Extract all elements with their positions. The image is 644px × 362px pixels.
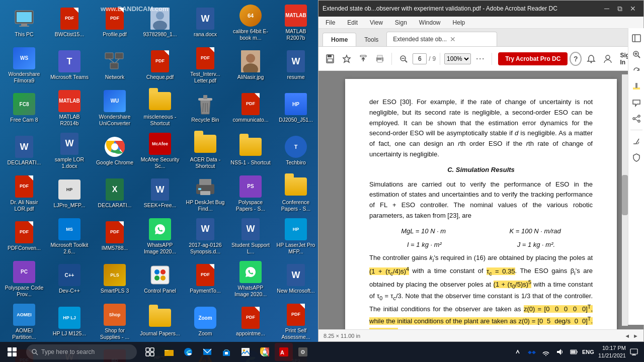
menu-sign[interactable]: Sign (392, 18, 410, 27)
other-taskbar-button[interactable]: ⚙ (294, 343, 312, 361)
zoom-in-tool[interactable] (630, 48, 642, 60)
scroll-thumb[interactable] (622, 175, 628, 215)
desktop-icon-whatsapp[interactable]: WhatsAPP Image 2020... (138, 216, 182, 257)
desktop-icon-journalpaper[interactable]: Journal Papers... (138, 301, 182, 342)
desktop-icon-drali[interactable]: PDF Dr. Ali Nasir LOR.pdf (2, 173, 46, 214)
desktop-icon-msteams[interactable]: T Microsoft Teams (47, 45, 92, 86)
desktop-icon-misc[interactable]: miscleneous - Shortcut (138, 87, 182, 129)
desktop-icon-paymentto[interactable]: PDF PaymentTo... (183, 258, 227, 300)
tab-close-button[interactable]: ✕ (449, 35, 457, 43)
desktop-icon-ljpro[interactable]: HP LJPro_MFP... (47, 173, 92, 214)
desktop-icon-nss1[interactable]: NSS-1 - Shortcut (228, 130, 273, 171)
menu-help[interactable]: Help (450, 18, 468, 27)
system-clock[interactable]: 10:17 PM 11/21/2021 (598, 344, 626, 360)
zoom-out-button[interactable] (396, 50, 411, 68)
desktop-icon-declaration2[interactable]: X DECLARATI... (93, 173, 137, 214)
file-explorer-button[interactable] (160, 343, 178, 361)
search-input[interactable] (41, 348, 127, 355)
desktop-icon-appointment[interactable]: PDF appointme... (228, 301, 273, 342)
desktop-icon-techbro[interactable]: T Techbiro (274, 130, 318, 171)
desktop-icon-mcafee[interactable]: McAfee McAfee Security Sc... (138, 130, 182, 171)
desktop-icon-network[interactable]: Network (93, 45, 137, 86)
pdf-content-area[interactable]: ◀ der ESO [30]. For example, if the rate… (318, 71, 643, 329)
desktop-icon-student[interactable]: W Student Support L... (228, 216, 273, 257)
desktop-icon-matlab2007[interactable]: MATLAB MATLAB R2007b (274, 2, 318, 43)
desktop-icon-googlechrome[interactable]: Google Chrome (93, 130, 137, 171)
edge-taskbar-button[interactable] (179, 343, 197, 361)
desktop-icon-imm5788[interactable]: PDF IMM5788... (93, 216, 137, 257)
rotate-tool[interactable] (630, 64, 642, 76)
try-pro-button[interactable]: Try Acrobat Pro DC (498, 52, 568, 65)
tab-document[interactable]: Extended state ob... ✕ (386, 32, 497, 46)
desktop-icon-dj2050[interactable]: HP DJ2050_J51... (274, 87, 318, 129)
store-button[interactable] (217, 343, 235, 361)
desktop-icon-hplaserjet[interactable]: HP HP LaserJet Pro MFP... (274, 216, 318, 257)
more-button[interactable]: ··· (473, 50, 488, 68)
cloud-button[interactable] (356, 50, 371, 68)
desktop-icon-polyspacecode[interactable]: PC Polyspace Code Prov... (2, 258, 46, 300)
print-button[interactable] (373, 50, 387, 68)
desktop-icon-hpdeskjet[interactable]: HP DeskJet Bug Find... (183, 173, 227, 214)
tray-overflow-button[interactable] (512, 346, 524, 358)
desktop-icon-whatsappimg2[interactable]: WhatsAPP Image 2020... (228, 258, 273, 300)
desktop-icon-smartpls3[interactable]: PLS SmartPLS 3 (93, 258, 137, 300)
fill-sign-tool[interactable] (630, 135, 642, 147)
close-button[interactable]: ✕ (626, 2, 639, 15)
desktop-icon-test-interv[interactable]: PDF Test_Interv... Letter.pdf (183, 45, 227, 86)
chrome-taskbar-button[interactable] (256, 343, 274, 361)
desktop-icon-shopforsupplies[interactable]: Shop Shop for Supplies - ... (93, 301, 137, 342)
tab-home[interactable]: Home (323, 33, 356, 46)
network-tray-icon[interactable] (540, 346, 552, 358)
volume-tray-icon[interactable] (554, 346, 566, 358)
help-button[interactable]: ? (570, 52, 582, 66)
mail-button[interactable] (198, 343, 216, 361)
desktop-icon-rana[interactable]: W rana.docx (183, 2, 227, 43)
desktop-icon-bwctist[interactable]: PDF BWCtist15... (47, 2, 92, 43)
search-bar[interactable] (26, 344, 137, 359)
desktop-icon-controlpanel[interactable]: Control Panel (138, 258, 182, 300)
zoom-select[interactable]: 100% 75% 125% 150% (444, 53, 471, 64)
desktop-icon-hplj-m125[interactable]: HP LJ HP LJ M125... (47, 301, 92, 342)
desktop-icon-printself[interactable]: PDF Print Self Assessme... (274, 301, 318, 342)
task-view-button[interactable] (141, 343, 159, 361)
pdf-scrollbar[interactable] (622, 74, 628, 326)
desktop-icon-devcpp[interactable]: C++ Dev-C++ (47, 258, 92, 300)
highlight-tool[interactable] (630, 80, 642, 93)
desktop-icon-mstoolkit[interactable]: MS Microsoft Toolkit 2.6... (47, 216, 92, 257)
protect-tool[interactable] (630, 151, 642, 163)
desktop-icon-seekfree[interactable]: W SEEK+Free... (138, 173, 182, 214)
desktop-icon-synopsis[interactable]: W 2017-ag-0126 Synopsis.d... (183, 216, 227, 257)
desktop-icon-wondershare[interactable]: WS Wondershare Filmora9 (2, 45, 46, 86)
scroll-right[interactable]: ► (633, 333, 638, 339)
menu-view[interactable]: View (367, 18, 386, 27)
desktop-icon-profile[interactable]: PDF Profile.pdf (93, 2, 137, 43)
restore-button[interactable]: ⧉ (613, 2, 626, 15)
desktop-icon-acerdata[interactable]: ACER Data - Shortcut (183, 130, 227, 171)
share-tool[interactable] (630, 113, 642, 125)
desktop-icon-aomei[interactable]: AOMEI AOMEI Partition... (2, 301, 46, 342)
minimize-button[interactable]: ─ (600, 2, 613, 15)
desktop-icon-this-pc[interactable]: This PC (2, 2, 46, 43)
desktop-icon-conference[interactable]: Conference Papers - S... (274, 173, 318, 214)
desktop-icon-resume[interactable]: W resume (274, 45, 318, 86)
save-button[interactable] (323, 50, 337, 68)
desktop-icon-calibre[interactable]: 64 calibre 64bit E-book m... (228, 2, 273, 43)
menu-file[interactable]: File (323, 18, 338, 27)
comment-tool[interactable] (630, 97, 642, 109)
tab-tools[interactable]: Tools (356, 33, 386, 46)
desktop-icon-declaration[interactable]: W DECLARATI... (2, 130, 46, 171)
desktop-icon-zoom[interactable]: Zoom Zoom (183, 301, 227, 342)
notification-tray-button[interactable] (628, 346, 640, 358)
menu-window[interactable]: Window (416, 18, 444, 27)
language-tray-icon[interactable]: ENG (582, 346, 594, 358)
page-number-input[interactable] (413, 53, 427, 64)
account-button[interactable] (600, 50, 615, 68)
bookmark-button[interactable] (339, 50, 354, 68)
desktop-icon-samplelor[interactable]: W sample LOR 1.docx (47, 130, 92, 171)
sidebar-toggle[interactable] (630, 32, 642, 44)
start-button[interactable] (0, 342, 24, 362)
menu-edit[interactable]: Edit (344, 18, 361, 27)
desktop-icon-newmicrosoft[interactable]: W New Microsoft... (274, 258, 318, 300)
photos-button[interactable] (236, 343, 255, 361)
desktop-icon-freecam8[interactable]: FC8 Free Cam 8 (2, 87, 46, 129)
